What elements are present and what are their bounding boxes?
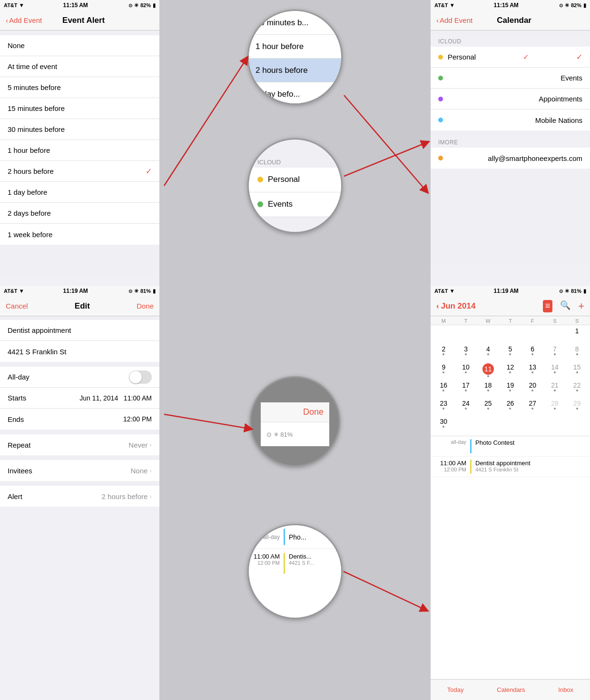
option-1hr[interactable]: 1 hour before	[0, 140, 159, 161]
time-display-bl: 11:19 AM	[63, 288, 88, 294]
cal-empty-w6-2	[455, 417, 477, 435]
allday-toggle[interactable]	[129, 370, 152, 384]
option-2hr[interactable]: 2 hours before	[0, 161, 159, 182]
spacer-edit	[0, 316, 159, 320]
cal-appointments[interactable]: Appointments	[431, 89, 590, 110]
cal-day-17[interactable]: 17	[455, 380, 477, 399]
cal-day-12[interactable]: 12	[499, 362, 521, 380]
zoom-done-label: Done	[303, 407, 324, 417]
option-15min[interactable]: 15 minutes before	[0, 98, 159, 119]
cal-day-26[interactable]: 26	[499, 399, 521, 417]
tab-today-label: Today	[447, 686, 464, 693]
bluetooth-icon-bl: ✳	[134, 288, 138, 294]
battery-text-bl: 81%	[140, 288, 151, 294]
cancel-button[interactable]: Cancel	[6, 302, 28, 310]
back-button[interactable]: ‹ Add Event	[6, 16, 42, 24]
cal-day-1[interactable]: 1	[566, 326, 588, 344]
calendar-screen: AT&T ▾ 11:15 AM ⊙ ✳ 82% ▮ ‹ Add Event Ca…	[431, 0, 590, 286]
cal-empty-w6-3	[477, 417, 499, 435]
alert-row[interactable]: Alert 2 hours before ›	[0, 486, 159, 507]
carrier-signal: AT&T ▾	[4, 2, 23, 9]
cal-ally[interactable]: ally@smartphoneexperts.com	[431, 148, 590, 169]
mobile-nations-label: Mobile Nations	[535, 116, 582, 124]
option-none-label: None	[8, 41, 25, 50]
battery-status-bl: ⊙ ✳ 81% ▮	[128, 288, 156, 294]
cal-day-21[interactable]: 21	[544, 380, 566, 399]
cal-day-8[interactable]: 8	[566, 344, 588, 362]
event-title-field[interactable]: Dentist appointment	[0, 320, 159, 341]
dentist-event[interactable]: 11:00 AM 12:00 PM Dentist appointment 44…	[431, 457, 590, 477]
cal-month-label: Jun 2014	[441, 301, 476, 311]
cal-personal[interactable]: Personal ✓	[431, 47, 590, 68]
cal-day-30[interactable]: 30	[433, 417, 455, 435]
done-button[interactable]: Done	[137, 302, 154, 310]
cal-events[interactable]: Events	[431, 68, 590, 89]
cal-day-7[interactable]: 7	[544, 344, 566, 362]
cal-day-22[interactable]: 22	[566, 380, 588, 399]
tab-calendars[interactable]: Calendars	[497, 686, 525, 693]
zoom-status-text: ⊙ ✳ 81%	[266, 431, 293, 438]
allday-toggle-row[interactable]: All-day	[0, 367, 159, 388]
cal-day-11-today[interactable]: 11	[477, 362, 499, 380]
starts-row[interactable]: Starts Jun 11, 2014 11:00 AM	[0, 388, 159, 409]
cal-day-27[interactable]: 27	[521, 399, 544, 417]
search-icon-cal[interactable]: 🔍	[560, 300, 570, 312]
cal-day-13[interactable]: 13	[521, 362, 544, 380]
svg-line-1	[164, 60, 246, 186]
carrier-signal-bl: AT&T ▾	[4, 288, 23, 294]
option-30min[interactable]: 30 minutes before	[0, 119, 159, 140]
tab-bar-cal: Today Calendars Inbox	[431, 679, 590, 700]
status-bar-top-right: AT&T ▾ 11:15 AM ⊙ ✳ 82% ▮	[431, 0, 590, 10]
dentist-time-main: 11:00 AM	[435, 460, 466, 467]
cal-day-28[interactable]: 28	[544, 399, 566, 417]
cancel-label: Cancel	[6, 302, 28, 310]
photo-title: Photo Contest	[475, 439, 585, 446]
back-button-cal[interactable]: ‹ Add Event	[436, 16, 472, 24]
cal-day-23[interactable]: 23	[433, 399, 455, 417]
cal-day-10[interactable]: 10	[455, 362, 477, 380]
option-none[interactable]: None	[0, 35, 159, 56]
cal-day-24[interactable]: 24	[455, 399, 477, 417]
dentist-end-time: 12:00 PM	[444, 467, 466, 472]
option-2days[interactable]: 2 days before	[0, 203, 159, 224]
cal-day-2[interactable]: 2	[433, 344, 455, 362]
zoom-circle-calendar: ICLOUD Personal Events	[247, 138, 343, 233]
option-at-time[interactable]: At time of event	[0, 56, 159, 77]
day-F: F	[521, 318, 544, 324]
repeat-row[interactable]: Repeat Never ›	[0, 434, 159, 455]
cal-day-3[interactable]: 3	[455, 344, 477, 362]
cal-empty-3	[477, 326, 499, 344]
tab-today[interactable]: Today	[447, 686, 464, 693]
tab-inbox[interactable]: Inbox	[558, 686, 573, 693]
zoom-allday-row: all-day Pho...	[249, 525, 341, 549]
cal-day-16[interactable]: 16	[433, 380, 455, 399]
cal-day-20[interactable]: 20	[521, 380, 544, 399]
cal-day-19[interactable]: 19	[499, 380, 521, 399]
invitees-row[interactable]: Invitees None ›	[0, 460, 159, 481]
cal-empty-4	[499, 326, 521, 344]
photo-contest-event[interactable]: all-day Photo Contest	[431, 436, 590, 457]
battery-status: ⊙ ✳ 82% ▮	[128, 2, 156, 9]
option-1day-label: 1 day before	[8, 188, 47, 196]
cal-mobile-nations[interactable]: Mobile Nations	[431, 110, 590, 130]
cal-day-25[interactable]: 25	[477, 399, 499, 417]
cal-day-29[interactable]: 29	[566, 399, 588, 417]
cal-day-5[interactable]: 5	[499, 344, 521, 362]
option-1week[interactable]: 1 week before	[0, 224, 159, 245]
cal-day-4[interactable]: 4	[477, 344, 499, 362]
cal-month-back[interactable]: ‹ Jun 2014	[436, 301, 475, 311]
done-label: Done	[137, 302, 154, 310]
page-title: Event Alert	[62, 16, 105, 25]
option-5min[interactable]: 5 minutes before	[0, 77, 159, 98]
events-dot	[257, 201, 263, 207]
cal-day-9[interactable]: 9	[433, 362, 455, 380]
list-view-icon[interactable]: ≡	[543, 300, 553, 312]
cal-day-14[interactable]: 14	[544, 362, 566, 380]
cal-day-18[interactable]: 18	[477, 380, 499, 399]
add-event-icon[interactable]: +	[578, 300, 584, 312]
option-1day[interactable]: 1 day before	[0, 182, 159, 203]
event-location-field[interactable]: 4421 S Franklin St	[0, 341, 159, 362]
ends-row[interactable]: Ends 12:00 PM	[0, 409, 159, 430]
cal-day-15[interactable]: 15	[566, 362, 588, 380]
cal-day-6[interactable]: 6	[521, 344, 544, 362]
